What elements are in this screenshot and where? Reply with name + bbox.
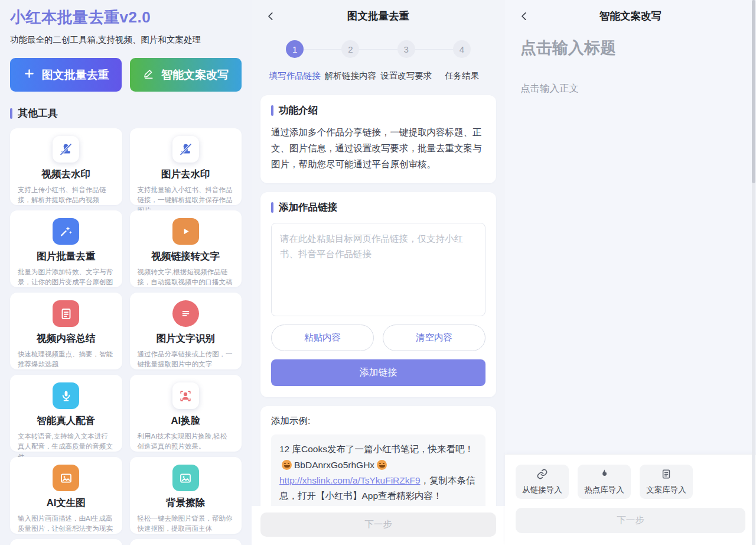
body-input-placeholder[interactable]: 点击输入正文 — [520, 82, 741, 95]
app-root: 小红本批量去重v2.0 功能最全的二创工具箱,支持视频、图片和文案处理 图文批量… — [0, 0, 756, 545]
example-code: BbDAnrxGo5rhGHx — [294, 460, 374, 470]
tool-name: AI文生图 — [47, 497, 86, 510]
tool-card-3[interactable]: 图片批量去重批量为图片添加特效、文字与背景，让你的图片变成平台原创图 — [10, 210, 122, 287]
tool-name: 视频去水印 — [42, 168, 91, 181]
middle-panel: 图文批量去重 1填写作品链接2解析链接内容3设置改写要求4任务结果 功能介绍 通… — [252, 0, 505, 545]
tool-card-4[interactable]: 视频链接转文字视频转文字,根据短视频作品链接，自动提取视频中的口播文稿 — [130, 210, 242, 287]
left-panel: 小红本批量去重v2.0 功能最全的二创工具箱,支持视频、图片和文案处理 图文批量… — [0, 0, 252, 545]
grin-emoji-icon — [377, 460, 387, 470]
tool-card-2[interactable]: 图片去水印支持批量输入小红书、抖音作品链接，一键解析提取并保存作品图片 — [130, 128, 242, 205]
pencil-icon — [143, 67, 155, 82]
tool-card-8[interactable]: AI换脸利用AI技术实现图片换脸,轻松创造逼真的照片效果。 — [130, 375, 242, 452]
add-link-button[interactable]: 添加链接 — [271, 359, 485, 386]
scrollbar-track[interactable] — [752, 0, 755, 545]
step-indicator: 1填写作品链接2解析链接内容3设置改写要求4任务结果 — [267, 40, 490, 82]
intro-body: 通过添加多个作品分享链接，一键提取内容标题、正文、图片信息，通过设置改写要求，批… — [271, 124, 485, 172]
tool-card-1[interactable]: 视频去水印支持上传小红书、抖音作品链接，解析并提取作品内视频 — [10, 128, 122, 205]
example-link[interactable]: http://xhslink.com/a/TsYkuFiRZkF9 — [279, 475, 421, 485]
tool-name: 背景擦除 — [166, 497, 205, 510]
step-dot: 1 — [286, 40, 304, 58]
step-label: 设置改写要求 — [380, 70, 432, 82]
app-subtitle: 功能最全的二创工具箱,支持视频、图片和文案处理 — [10, 34, 242, 46]
scrollbar-thumb[interactable] — [752, 0, 755, 183]
tool-card-5[interactable]: 视频内容总结快速梳理视频重点、摘要，智能推荐爆款选题 — [10, 293, 122, 369]
middle-next-step-button[interactable]: 下一步 — [260, 512, 496, 537]
tool-desc: 轻松一键去除图片背景，帮助你快速抠图，提取画面主体 — [138, 514, 234, 534]
section-bar — [10, 108, 12, 119]
tool-card-9[interactable]: AI文生图输入图片画面描述，由AI生成高质量图片，让创意想法变为现实 — [10, 457, 122, 534]
primary-actions: 图文批量去重 智能文案改写 — [10, 58, 242, 92]
section-bar — [271, 105, 273, 116]
intro-card-title-row: 功能介绍 — [271, 104, 485, 117]
tool-name: 视频内容总结 — [37, 332, 95, 345]
paste-clear-row: 粘贴内容 清空内容 — [271, 325, 485, 351]
tool-desc: 视频转文字,根据短视频作品链接，自动提取视频中的口播文稿 — [138, 267, 234, 288]
step-label: 任务结果 — [445, 70, 479, 82]
intro-card: 功能介绍 通过添加多个作品分享链接，一键提取内容标题、正文、图片信息，通过设置改… — [260, 95, 496, 183]
title-input-placeholder[interactable]: 点击输入标题 — [520, 37, 741, 59]
tool-desc: 快速梳理视频重点、摘要，智能推荐爆款选题 — [18, 349, 115, 370]
tool-card-10[interactable]: 背景擦除轻松一键去除图片背景，帮助你快速抠图，提取画面主体 — [130, 457, 242, 534]
step-dot: 2 — [341, 40, 359, 58]
step-dot: 4 — [453, 40, 471, 58]
tool-card-7[interactable]: 智能真人配音文本转语音,支持输入文本进行真人配音，生成高质量的音频文件 — [10, 375, 122, 452]
tool-desc: 批量为图片添加特效、文字与背景，让你的图片变成平台原创图 — [18, 267, 115, 288]
microphone-icon — [53, 382, 79, 409]
app-title: 小红本批量去重v2.0 — [10, 7, 242, 28]
grin-emoji-icon — [282, 460, 292, 470]
play-icon — [172, 218, 199, 245]
tool-card-partial[interactable] — [130, 539, 242, 545]
text-lines-icon — [172, 300, 199, 327]
import-button-2[interactable]: 热点库导入 — [578, 465, 631, 499]
tool-card-6[interactable]: 图片文字识别通过作品分享链接或上传图，一键批量提取图片中的文字 — [130, 293, 242, 369]
tool-card-partial[interactable] — [10, 539, 122, 545]
batch-dedupe-button-label: 图文批量去重 — [42, 67, 109, 83]
intro-title: 功能介绍 — [279, 104, 318, 117]
example-box: 12 库Cooks发布了一篇小红书笔记，快来看吧！ BbDAnrxGo5rhGH… — [271, 434, 485, 511]
face-scan-icon — [172, 382, 199, 409]
right-next-step-button[interactable]: 下一步 — [516, 508, 745, 533]
import-buttons-row: 从链接导入热点库导入文案库导入 — [516, 465, 745, 499]
links-input[interactable] — [271, 223, 485, 316]
example-line3: http://xhslink.com/a/TsYkuFiRZkF9，复制本条信息… — [279, 473, 477, 504]
right-bottom-bar: 从链接导入热点库导入文案库导入 下一步 — [505, 454, 756, 545]
clear-content-button[interactable]: 清空内容 — [383, 325, 485, 351]
tool-desc: 输入图片画面描述，由AI生成高质量图片，让创意想法变为现实 — [18, 514, 115, 534]
section-bar — [271, 202, 273, 213]
batch-dedupe-button[interactable]: 图文批量去重 — [10, 58, 122, 92]
tool-name: 视频链接转文字 — [152, 250, 220, 263]
tool-desc: 利用AI技术实现图片换脸,轻松创造逼真的照片效果。 — [138, 432, 234, 452]
step-4: 4任务结果 — [434, 40, 490, 82]
tool-name: 图片去水印 — [161, 168, 210, 181]
import-button-1[interactable]: 从链接导入 — [516, 465, 569, 499]
right-page-title: 智能文案改写 — [599, 9, 662, 23]
example-line2: BbDAnrxGo5rhGHx — [279, 458, 477, 473]
middle-page-title: 图文批量去重 — [347, 9, 409, 23]
add-links-title-row: 添加作品链接 — [271, 201, 485, 214]
back-icon[interactable] — [265, 9, 278, 22]
example-card: 添加示例: 12 库Cooks发布了一篇小红书笔记，快来看吧！ BbDAnrxG… — [260, 406, 496, 520]
example-label: 添加示例: — [271, 415, 485, 427]
import-button-label: 文案库导入 — [646, 485, 686, 495]
step-1: 1填写作品链接 — [267, 40, 322, 82]
back-icon[interactable] — [518, 9, 531, 22]
import-button-label: 从链接导入 — [522, 485, 562, 495]
step-label: 解析链接内容 — [325, 70, 376, 82]
tool-name: 智能真人配音 — [37, 414, 95, 427]
paste-content-button[interactable]: 粘贴内容 — [271, 325, 374, 351]
other-tools-label: 其他工具 — [18, 106, 58, 120]
right-panel: 智能文案改写 点击输入标题 点击输入正文 从链接导入热点库导入文案库导入 下一步 — [505, 0, 756, 545]
image-icon — [172, 465, 199, 491]
stamp-icon — [172, 136, 199, 163]
import-button-3[interactable]: 文案库导入 — [640, 465, 693, 499]
middle-header: 图文批量去重 — [252, 0, 505, 32]
document-pencil-icon — [53, 300, 79, 327]
step-label: 填写作品链接 — [269, 70, 321, 82]
right-header: 智能文案改写 — [505, 0, 756, 32]
tool-name: 图片批量去重 — [37, 250, 95, 263]
step-dot: 3 — [397, 40, 415, 58]
plus-icon — [23, 67, 35, 83]
tool-desc: 支持上传小红书、抖音作品链接，解析并提取作品内视频 — [18, 185, 115, 206]
add-links-title: 添加作品链接 — [279, 201, 337, 214]
smart-rewrite-button[interactable]: 智能文案改写 — [130, 58, 242, 92]
